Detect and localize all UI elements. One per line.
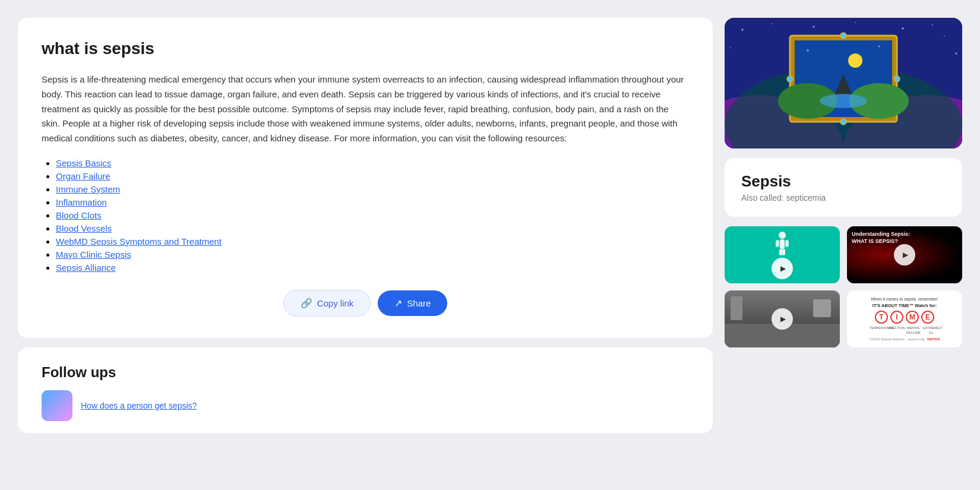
copy-link-button[interactable]: 🔗 Copy link (283, 290, 371, 317)
action-buttons: 🔗 Copy link ↗ Share (42, 290, 689, 317)
play-icon-1: ▶ (772, 258, 793, 279)
resource-list: Sepsis Basics Organ Failure Immune Syste… (42, 158, 689, 273)
svg-point-26 (820, 94, 867, 108)
list-item: Inflammation (56, 197, 689, 208)
page-title: what is sepsis (42, 39, 689, 58)
list-item: Blood Clots (56, 210, 689, 221)
hero-image (725, 18, 962, 148)
svg-rect-28 (780, 239, 785, 249)
share-button[interactable]: ↗ Share (378, 290, 447, 316)
svg-point-3 (813, 26, 815, 28)
share-icon: ↗ (394, 298, 402, 309)
followup-thumbnail (42, 390, 72, 421)
list-item: WebMD Sepsis Symptoms and Treatment (56, 236, 689, 247)
resource-link-mayo[interactable]: Mayo Clinic Sepsis (56, 249, 131, 260)
resource-link-immune-system[interactable]: Immune System (56, 184, 120, 194)
video-thumb-1[interactable]: ▶ (725, 226, 840, 283)
time-t: T (875, 311, 888, 324)
svg-point-8 (730, 47, 731, 48)
resource-link-blood-vessels[interactable]: Blood Vessels (56, 223, 112, 233)
svg-point-15 (840, 33, 846, 39)
resource-link-sepsis-basics[interactable]: Sepsis Basics (56, 158, 111, 168)
svg-rect-32 (782, 249, 785, 255)
list-item: Mayo Clinic Sepsis (56, 249, 689, 260)
time-letters: T I M E (875, 311, 934, 324)
svg-point-27 (779, 232, 786, 239)
main-layout: what is sepsis Sepsis is a life-threaten… (0, 0, 980, 490)
time-e: E (921, 311, 934, 324)
main-body-text: Sepsis is a life-threatening medical eme… (42, 72, 689, 146)
time-i: I (890, 311, 903, 324)
play-icon-3: ▶ (772, 308, 793, 330)
resource-link-organ-failure[interactable]: Organ Failure (56, 171, 110, 181)
svg-point-6 (932, 24, 933, 26)
video-thumb-4[interactable]: When it comes to sepsis, remember: IT'S … (847, 290, 962, 347)
list-item: Immune System (56, 184, 689, 195)
svg-point-2 (772, 23, 773, 24)
svg-point-4 (855, 22, 856, 23)
copy-link-label: Copy link (317, 298, 354, 308)
time-m: M (906, 311, 919, 324)
list-item: Organ Failure (56, 171, 689, 182)
sepsis-info-card: Sepsis Also called: septicemia (725, 158, 962, 217)
followups-card: Follow ups How does a person get sepsis? (18, 347, 713, 433)
followup-item: How does a person get sepsis? (42, 390, 689, 421)
sepsis-also-called: Also called: septicemia (741, 193, 946, 203)
list-item: Blood Vessels (56, 223, 689, 234)
svg-point-7 (944, 35, 945, 36)
video-grid: ▶ Understanding Sepsis:WHAT IS SEPSIS? ▶ (725, 226, 962, 347)
list-item: Sepsis Alliance (56, 263, 689, 273)
share-label: Share (407, 298, 431, 308)
svg-rect-30 (785, 240, 789, 247)
time-poster: When it comes to sepsis, remember: IT'S … (847, 290, 962, 347)
main-answer-card: what is sepsis Sepsis is a life-threaten… (18, 18, 713, 338)
svg-point-9 (956, 53, 957, 55)
sepsis-name: Sepsis (741, 172, 946, 191)
svg-point-22 (848, 53, 862, 68)
svg-point-1 (742, 29, 744, 31)
svg-point-20 (807, 49, 809, 52)
video-thumb-3[interactable]: ▶ (725, 290, 840, 347)
svg-rect-29 (776, 240, 779, 247)
svg-point-5 (902, 28, 904, 30)
followups-title: Follow ups (42, 364, 689, 381)
followup-link[interactable]: How does a person get sepsis? (81, 401, 197, 410)
svg-rect-31 (779, 249, 782, 255)
list-item: Sepsis Basics (56, 158, 689, 169)
video-thumb-2[interactable]: Understanding Sepsis:WHAT IS SEPSIS? ▶ (847, 226, 962, 283)
resource-link-webmd[interactable]: WebMD Sepsis Symptoms and Treatment (56, 236, 222, 246)
resource-link-inflammation[interactable]: Inflammation (56, 197, 107, 207)
svg-point-21 (878, 46, 880, 48)
link-icon: 🔗 (301, 298, 312, 309)
right-column: Sepsis Also called: septicemia (725, 18, 962, 472)
svg-point-17 (787, 76, 793, 82)
resource-link-blood-clots[interactable]: Blood Clots (56, 210, 102, 220)
left-column: what is sepsis Sepsis is a life-threaten… (18, 18, 713, 472)
svg-point-18 (894, 76, 900, 82)
svg-point-16 (840, 119, 846, 125)
resource-link-sepsis-alliance[interactable]: Sepsis Alliance (56, 263, 116, 273)
play-icon-2: ▶ (894, 244, 915, 265)
